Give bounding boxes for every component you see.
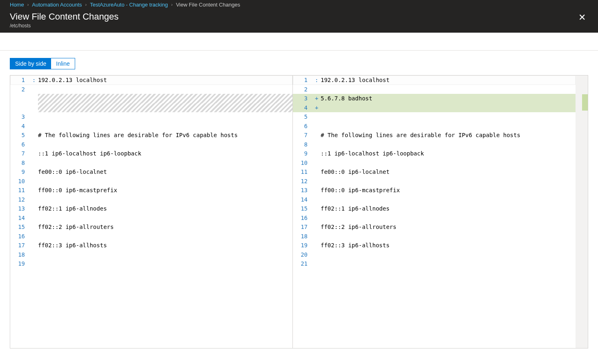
line-content — [38, 94, 292, 103]
diff-line[interactable]: 8 — [10, 158, 292, 168]
line-content: ff00::0 ip6-mcastprefix — [38, 186, 292, 195]
diff-line[interactable]: 11ff00::0 ip6-mcastprefix — [10, 186, 292, 195]
line-content: ff02::1 ip6-allnodes — [38, 204, 292, 213]
diff-marker — [315, 222, 321, 232]
line-number: 8 — [293, 140, 315, 149]
diff-line[interactable]: 11fe00::0 ip6-localnet — [293, 167, 576, 177]
diff-pane-modified[interactable]: 1:192.0.2.13 localhost23+5.6.7.8 badhost… — [293, 75, 576, 348]
line-number: 10 — [10, 177, 32, 186]
breadcrumb-change-tracking[interactable]: TestAzureAuto - Change tracking — [90, 2, 168, 8]
scrollbar[interactable] — [576, 75, 582, 348]
diff-marker — [315, 186, 321, 195]
diff-line[interactable]: 17ff02::3 ip6-allhosts — [10, 241, 292, 250]
line-number: 14 — [293, 195, 315, 204]
line-number: 19 — [293, 241, 315, 250]
diff-marker — [315, 122, 321, 131]
diff-marker — [315, 259, 321, 269]
diff-line[interactable]: 14 — [293, 195, 576, 204]
line-number: 3 — [10, 112, 32, 122]
diff-marker — [315, 149, 321, 158]
diff-pane-original[interactable]: 1:192.0.2.13 localhost2345# The followin… — [10, 75, 293, 348]
diff-line[interactable]: 13ff02::1 ip6-allnodes — [10, 204, 292, 213]
diff-line[interactable]: 4+ — [293, 103, 576, 113]
diff-line[interactable]: 5# The following lines are desirable for… — [10, 131, 292, 140]
diff-line[interactable]: 16 — [10, 232, 292, 241]
inline-toggle[interactable]: Inline — [51, 58, 74, 69]
diff-line[interactable]: 2 — [293, 85, 576, 94]
diff-marker: : — [315, 75, 321, 85]
ruler-change-mark — [582, 94, 588, 111]
diff-line[interactable]: 18 — [293, 232, 576, 241]
line-number: 11 — [10, 186, 32, 195]
diff-marker — [315, 204, 321, 213]
diff-line[interactable]: 10 — [10, 177, 292, 186]
diff-line[interactable]: 4 — [10, 122, 292, 131]
line-number: 8 — [10, 158, 32, 168]
line-content: fe00::0 ip6-localnet — [321, 167, 576, 177]
diff-marker — [315, 85, 321, 94]
diff-line[interactable]: 1:192.0.2.13 localhost — [10, 75, 292, 85]
line-number: 13 — [293, 186, 315, 195]
diff-line[interactable]: 6 — [10, 140, 292, 149]
diff-line[interactable]: 7# The following lines are desirable for… — [293, 131, 576, 140]
diff-line[interactable]: 10 — [293, 158, 576, 168]
diff-line[interactable]: 14 — [10, 213, 292, 223]
diff-line[interactable]: 2 — [10, 85, 292, 94]
line-content: ff02::2 ip6-allrouters — [321, 222, 576, 232]
overview-ruler[interactable] — [582, 75, 588, 348]
line-content — [321, 85, 576, 94]
line-number: 3 — [293, 94, 315, 103]
line-number: 12 — [10, 195, 32, 204]
line-number: 5 — [293, 112, 315, 122]
diff-line[interactable]: 15ff02::2 ip6-allrouters — [10, 222, 292, 232]
diff-line[interactable]: 8 — [293, 140, 576, 149]
breadcrumb-home[interactable]: Home — [10, 2, 24, 8]
diff-marker — [32, 186, 38, 195]
diff-line[interactable]: 12 — [10, 195, 292, 204]
diff-line[interactable]: 1:192.0.2.13 localhost — [293, 75, 576, 85]
line-number: 2 — [10, 85, 32, 94]
diff-line[interactable]: 5 — [293, 112, 576, 122]
diff-line[interactable]: 17ff02::2 ip6-allrouters — [293, 222, 576, 232]
line-content: ff02::1 ip6-allnodes — [321, 204, 576, 213]
diff-line[interactable]: 21 — [293, 259, 576, 269]
line-number: 1 — [293, 75, 315, 85]
diff-line[interactable]: 18 — [10, 250, 292, 260]
diff-marker — [32, 250, 38, 260]
diff-line[interactable]: 3 — [10, 112, 292, 122]
line-number: 10 — [293, 158, 315, 168]
line-content: ff02::3 ip6-allhosts — [321, 241, 576, 250]
diff-marker: + — [315, 94, 321, 103]
diff-line[interactable]: 9fe00::0 ip6-localnet — [10, 167, 292, 177]
line-number: 9 — [293, 149, 315, 158]
diff-marker — [32, 158, 38, 168]
diff-line[interactable]: 13ff00::0 ip6-mcastprefix — [293, 186, 576, 195]
diff-line[interactable]: 9::1 ip6-localhost ip6-loopback — [293, 149, 576, 158]
diff-line[interactable]: 6 — [293, 122, 576, 131]
diff-line[interactable] — [10, 94, 292, 103]
diff-marker — [315, 167, 321, 177]
diff-line[interactable]: 7::1 ip6-localhost ip6-loopback — [10, 149, 292, 158]
line-content — [38, 112, 292, 122]
diff-line[interactable]: 19ff02::3 ip6-allhosts — [293, 241, 576, 250]
line-number: 17 — [293, 222, 315, 232]
breadcrumb-automation-accounts[interactable]: Automation Accounts — [32, 2, 82, 8]
diff-marker — [32, 195, 38, 204]
side-by-side-toggle[interactable]: Side by side — [10, 58, 51, 69]
line-number: 14 — [10, 213, 32, 223]
diff-marker — [32, 140, 38, 149]
diff-line[interactable]: 20 — [293, 250, 576, 260]
diff-marker — [32, 103, 38, 113]
diff-line[interactable]: 16 — [293, 213, 576, 223]
diff-line[interactable]: 19 — [10, 259, 292, 269]
diff-line[interactable] — [10, 103, 292, 113]
diff-marker — [32, 204, 38, 213]
line-content — [38, 259, 292, 269]
diff-line[interactable]: 3+5.6.7.8 badhost — [293, 94, 576, 103]
diff-line[interactable]: 12 — [293, 177, 576, 186]
diff-line[interactable]: 15ff02::1 ip6-allnodes — [293, 204, 576, 213]
diff-marker — [315, 213, 321, 223]
close-icon[interactable]: ✕ — [576, 11, 588, 24]
line-content: 5.6.7.8 badhost — [321, 94, 576, 103]
diff-marker — [315, 158, 321, 168]
